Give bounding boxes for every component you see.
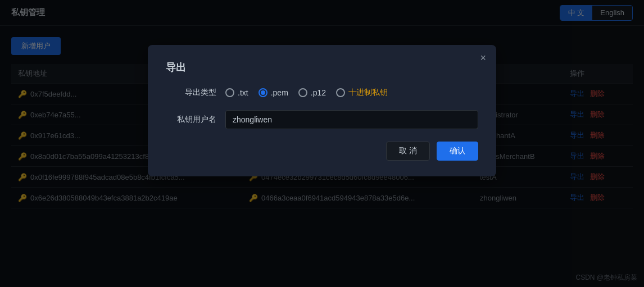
modal-footer: 取 消 确认	[166, 142, 478, 161]
cancel-button[interactable]: 取 消	[386, 142, 430, 161]
radio-dot-p12	[298, 88, 307, 97]
radio-pem[interactable]: .pem	[258, 88, 288, 97]
private-key-user-label: 私钥用户名	[166, 115, 216, 125]
radio-dot-hex	[336, 88, 345, 97]
private-key-user-input[interactable]	[225, 110, 478, 129]
radio-dot-pem	[258, 88, 267, 97]
radio-label-p12: .p12	[311, 88, 326, 97]
radio-p12[interactable]: .p12	[298, 88, 326, 97]
private-key-user-row: 私钥用户名	[166, 110, 478, 129]
export-type-radio-group: .txt .pem .p12 十进制私钥	[225, 88, 388, 98]
export-type-row: 导出类型 .txt .pem .p12 十进制私钥	[166, 88, 478, 98]
radio-txt[interactable]: .txt	[225, 88, 248, 97]
radio-label-hex: 十进制私钥	[348, 88, 388, 98]
export-modal: × 导出 导出类型 .txt .pem .p12 十进制私钥 私钥用户名 取 消…	[148, 45, 496, 176]
radio-label-pem: .pem	[271, 88, 288, 97]
export-type-label: 导出类型	[166, 88, 216, 98]
modal-title: 导出	[166, 61, 478, 74]
radio-hex[interactable]: 十进制私钥	[336, 88, 388, 98]
confirm-button[interactable]: 确认	[437, 142, 478, 161]
radio-dot-txt	[225, 88, 234, 97]
modal-close-button[interactable]: ×	[480, 53, 486, 63]
modal-overlay: × 导出 导出类型 .txt .pem .p12 十进制私钥 私钥用户名 取 消…	[0, 0, 644, 287]
radio-label-txt: .txt	[238, 88, 248, 97]
